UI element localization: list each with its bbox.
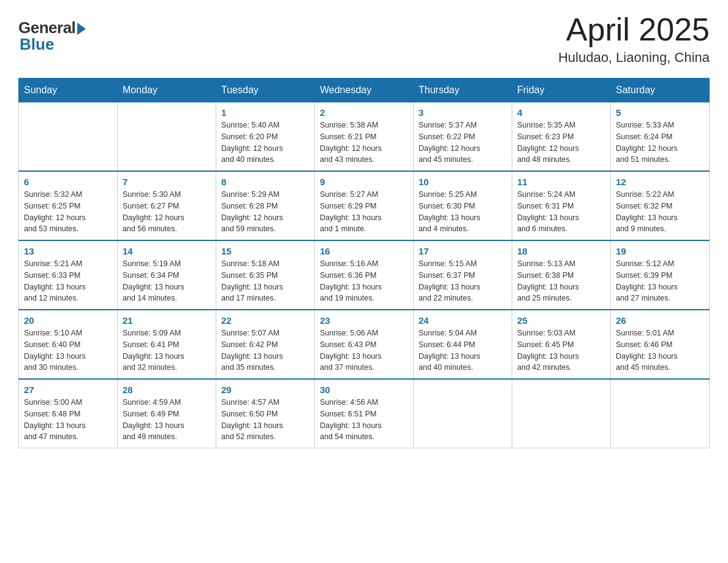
day-info: Sunrise: 5:19 AMSunset: 6:34 PMDaylight:… (123, 258, 211, 304)
calendar-cell: 13Sunrise: 5:21 AMSunset: 6:33 PMDayligh… (19, 240, 118, 310)
calendar-week-row: 27Sunrise: 5:00 AMSunset: 6:48 PMDayligh… (19, 379, 710, 448)
calendar-week-row: 13Sunrise: 5:21 AMSunset: 6:33 PMDayligh… (19, 240, 710, 310)
day-info: Sunrise: 5:03 AMSunset: 6:45 PMDaylight:… (517, 327, 605, 373)
day-info: Sunrise: 5:22 AMSunset: 6:32 PMDaylight:… (616, 189, 704, 235)
day-info: Sunrise: 5:01 AMSunset: 6:46 PMDaylight:… (616, 327, 704, 373)
day-number: 21 (123, 315, 211, 326)
calendar-week-row: 6Sunrise: 5:32 AMSunset: 6:25 PMDaylight… (19, 171, 710, 240)
day-number: 3 (419, 107, 507, 118)
day-info: Sunrise: 5:06 AMSunset: 6:43 PMDaylight:… (320, 327, 408, 373)
calendar-cell: 24Sunrise: 5:04 AMSunset: 6:44 PMDayligh… (414, 310, 512, 379)
calendar-header-wednesday: Wednesday (315, 79, 414, 102)
day-info: Sunrise: 5:32 AMSunset: 6:25 PMDaylight:… (24, 189, 112, 235)
calendar-table: SundayMondayTuesdayWednesdayThursdayFrid… (18, 78, 710, 448)
calendar-cell: 8Sunrise: 5:29 AMSunset: 6:28 PMDaylight… (216, 171, 315, 240)
day-number: 16 (320, 246, 408, 256)
day-number: 10 (419, 177, 507, 187)
day-number: 5 (616, 107, 704, 118)
day-info: Sunrise: 5:40 AMSunset: 6:20 PMDaylight:… (221, 120, 309, 166)
day-info: Sunrise: 5:21 AMSunset: 6:33 PMDaylight:… (24, 258, 112, 304)
calendar-header-thursday: Thursday (414, 79, 512, 102)
calendar-cell: 15Sunrise: 5:18 AMSunset: 6:35 PMDayligh… (216, 240, 315, 310)
day-number: 15 (221, 246, 309, 256)
day-info: Sunrise: 5:13 AMSunset: 6:38 PMDaylight:… (517, 258, 605, 304)
calendar-cell: 12Sunrise: 5:22 AMSunset: 6:32 PMDayligh… (611, 171, 710, 240)
calendar-cell: 1Sunrise: 5:40 AMSunset: 6:20 PMDaylight… (216, 102, 315, 172)
calendar-cell: 19Sunrise: 5:12 AMSunset: 6:39 PMDayligh… (611, 240, 710, 310)
day-number: 7 (123, 177, 211, 187)
day-info: Sunrise: 5:10 AMSunset: 6:40 PMDaylight:… (24, 327, 112, 373)
calendar-cell: 5Sunrise: 5:33 AMSunset: 6:24 PMDaylight… (611, 102, 710, 172)
logo-blue-text: Blue (20, 35, 54, 54)
day-info: Sunrise: 5:16 AMSunset: 6:36 PMDaylight:… (320, 258, 408, 304)
calendar-cell: 27Sunrise: 5:00 AMSunset: 6:48 PMDayligh… (19, 379, 118, 448)
logo-arrow-icon (77, 23, 86, 35)
title-section: April 2025 Huludao, Liaoning, China (558, 12, 710, 66)
day-number: 1 (221, 107, 309, 118)
calendar-cell: 16Sunrise: 5:16 AMSunset: 6:36 PMDayligh… (315, 240, 414, 310)
day-info: Sunrise: 5:04 AMSunset: 6:44 PMDaylight:… (419, 327, 507, 373)
calendar-cell (19, 102, 118, 172)
calendar-cell: 2Sunrise: 5:38 AMSunset: 6:21 PMDaylight… (315, 102, 414, 172)
calendar-cell: 9Sunrise: 5:27 AMSunset: 6:29 PMDaylight… (315, 171, 414, 240)
calendar-header-monday: Monday (118, 79, 216, 102)
calendar-cell: 17Sunrise: 5:15 AMSunset: 6:37 PMDayligh… (414, 240, 512, 310)
calendar-cell: 21Sunrise: 5:09 AMSunset: 6:41 PMDayligh… (118, 310, 216, 379)
day-info: Sunrise: 5:33 AMSunset: 6:24 PMDaylight:… (616, 120, 704, 166)
logo: General Blue (18, 18, 86, 54)
calendar-header-tuesday: Tuesday (216, 79, 315, 102)
calendar-cell: 30Sunrise: 4:56 AMSunset: 6:51 PMDayligh… (315, 379, 414, 448)
calendar-cell: 26Sunrise: 5:01 AMSunset: 6:46 PMDayligh… (611, 310, 710, 379)
calendar-cell: 6Sunrise: 5:32 AMSunset: 6:25 PMDaylight… (19, 171, 118, 240)
day-info: Sunrise: 5:38 AMSunset: 6:21 PMDaylight:… (320, 120, 408, 166)
day-info: Sunrise: 4:56 AMSunset: 6:51 PMDaylight:… (320, 397, 408, 443)
calendar-cell (611, 379, 710, 448)
day-number: 14 (123, 246, 211, 256)
day-number: 9 (320, 177, 408, 187)
calendar-cell (414, 379, 512, 448)
day-info: Sunrise: 5:09 AMSunset: 6:41 PMDaylight:… (123, 327, 211, 373)
calendar-header-saturday: Saturday (611, 79, 710, 102)
day-info: Sunrise: 5:00 AMSunset: 6:48 PMDaylight:… (24, 397, 112, 443)
day-info: Sunrise: 5:37 AMSunset: 6:22 PMDaylight:… (419, 120, 507, 166)
day-number: 17 (419, 246, 507, 256)
calendar-cell: 29Sunrise: 4:57 AMSunset: 6:50 PMDayligh… (216, 379, 315, 448)
calendar-cell (512, 379, 611, 448)
day-number: 12 (616, 177, 704, 187)
day-number: 2 (320, 107, 408, 118)
day-info: Sunrise: 4:57 AMSunset: 6:50 PMDaylight:… (221, 397, 309, 443)
calendar-cell (118, 102, 216, 172)
day-number: 20 (24, 315, 112, 326)
day-number: 6 (24, 177, 112, 187)
day-info: Sunrise: 5:24 AMSunset: 6:31 PMDaylight:… (517, 189, 605, 235)
day-info: Sunrise: 5:29 AMSunset: 6:28 PMDaylight:… (221, 189, 309, 235)
calendar-week-row: 1Sunrise: 5:40 AMSunset: 6:20 PMDaylight… (19, 102, 710, 172)
day-info: Sunrise: 5:30 AMSunset: 6:27 PMDaylight:… (123, 189, 211, 235)
calendar-week-row: 20Sunrise: 5:10 AMSunset: 6:40 PMDayligh… (19, 310, 710, 379)
month-title: April 2025 (558, 12, 710, 47)
day-number: 28 (123, 385, 211, 395)
day-number: 24 (419, 315, 507, 326)
day-info: Sunrise: 5:25 AMSunset: 6:30 PMDaylight:… (419, 189, 507, 235)
day-number: 4 (517, 107, 605, 118)
calendar-cell: 23Sunrise: 5:06 AMSunset: 6:43 PMDayligh… (315, 310, 414, 379)
day-info: Sunrise: 5:27 AMSunset: 6:29 PMDaylight:… (320, 189, 408, 235)
day-number: 13 (24, 246, 112, 256)
calendar-header-row: SundayMondayTuesdayWednesdayThursdayFrid… (19, 79, 710, 102)
calendar-cell: 7Sunrise: 5:30 AMSunset: 6:27 PMDaylight… (118, 171, 216, 240)
day-number: 23 (320, 315, 408, 326)
calendar-cell: 28Sunrise: 4:59 AMSunset: 6:49 PMDayligh… (118, 379, 216, 448)
day-number: 18 (517, 246, 605, 256)
calendar-cell: 22Sunrise: 5:07 AMSunset: 6:42 PMDayligh… (216, 310, 315, 379)
day-number: 29 (221, 385, 309, 395)
calendar-cell: 18Sunrise: 5:13 AMSunset: 6:38 PMDayligh… (512, 240, 611, 310)
day-number: 19 (616, 246, 704, 256)
calendar-cell: 3Sunrise: 5:37 AMSunset: 6:22 PMDaylight… (414, 102, 512, 172)
page-header: General Blue April 2025 Huludao, Liaonin… (18, 12, 710, 66)
day-info: Sunrise: 4:59 AMSunset: 6:49 PMDaylight:… (123, 397, 211, 443)
day-number: 30 (320, 385, 408, 395)
calendar-cell: 20Sunrise: 5:10 AMSunset: 6:40 PMDayligh… (19, 310, 118, 379)
day-info: Sunrise: 5:15 AMSunset: 6:37 PMDaylight:… (419, 258, 507, 304)
day-info: Sunrise: 5:12 AMSunset: 6:39 PMDaylight:… (616, 258, 704, 304)
calendar-cell: 25Sunrise: 5:03 AMSunset: 6:45 PMDayligh… (512, 310, 611, 379)
